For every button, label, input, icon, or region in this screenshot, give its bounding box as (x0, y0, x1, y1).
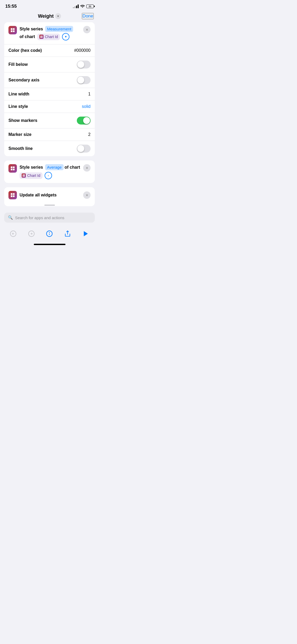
update-all-widgets-card: Update all widgets ✕ (4, 187, 95, 206)
fill-below-row: Fill below (4, 57, 95, 72)
card2-badge: Average (45, 164, 64, 170)
color-row: Color (hex code) #000000 (4, 44, 95, 57)
smooth-line-row: Smooth line (4, 141, 95, 156)
color-label: Color (hex code) (8, 48, 42, 53)
secondary-axis-label: Secondary axis (8, 78, 39, 82)
search-placeholder: Search for apps and actions (15, 215, 64, 220)
home-indicator (0, 242, 99, 248)
nav-bar: Weight ▾ Done (0, 11, 99, 22)
svg-rect-8 (11, 167, 12, 168)
card2-header: Style series Average of chart Chart Id › (4, 160, 95, 183)
fill-below-toggle[interactable] (77, 61, 91, 68)
line-width-label: Line width (8, 92, 29, 96)
card1-badge-icon (39, 35, 44, 39)
marker-size-row: Marker size 2 (4, 128, 95, 141)
signal-icon (73, 4, 79, 8)
svg-rect-3 (13, 30, 15, 32)
card1-header-text: Style series Measurement of chart Chart … (20, 26, 81, 40)
line-style-label: Line style (8, 104, 28, 109)
card2-chart-id-badge: Chart Id (20, 172, 43, 179)
card2-secondary-row: Chart Id › (20, 172, 81, 179)
svg-rect-2 (11, 30, 12, 32)
app-icon-1 (8, 26, 17, 34)
show-markers-label: Show markers (8, 118, 37, 123)
secondary-axis-toggle[interactable] (77, 76, 91, 84)
svg-marker-25 (84, 231, 88, 237)
line-style-row[interactable]: Line style solid (4, 100, 95, 113)
scroll-handle (4, 203, 95, 206)
show-markers-toggle[interactable] (77, 117, 91, 125)
card2-close-button[interactable]: ✕ (83, 164, 91, 172)
svg-rect-5 (41, 36, 43, 37)
home-bar (34, 244, 65, 245)
svg-rect-1 (13, 28, 15, 30)
status-time: 15:55 (5, 4, 17, 9)
svg-rect-15 (24, 176, 25, 177)
card2-expand-button[interactable]: › (45, 172, 52, 179)
forward-button[interactable] (26, 228, 37, 240)
app-icon-2 (8, 164, 17, 173)
line-style-value[interactable]: solid (82, 104, 91, 109)
search-bar[interactable]: 🔍 Search for apps and actions (4, 213, 95, 223)
svg-rect-13 (24, 174, 25, 176)
svg-rect-19 (13, 195, 15, 197)
card2-style-text: Style series (20, 164, 43, 170)
card1-chart-id-badge: Chart Id (37, 34, 60, 40)
scroll-handle-bar (44, 205, 55, 206)
card2-badge-icon (22, 173, 26, 178)
marker-size-label: Marker size (8, 132, 31, 137)
card1-expand-button[interactable]: ▾ (62, 33, 69, 40)
play-button[interactable] (80, 228, 92, 240)
secondary-axis-row: Secondary axis (4, 72, 95, 88)
card3-label: Update all widgets (20, 193, 56, 197)
card1-header: Style series Measurement of chart Chart … (4, 22, 95, 44)
smooth-line-label: Smooth line (8, 146, 33, 151)
svg-rect-10 (11, 169, 12, 170)
line-width-row: Line width 1 (4, 88, 95, 100)
card2-of-text: of chart (65, 164, 80, 170)
info-button[interactable] (44, 228, 55, 240)
card1-of-text: of chart (20, 34, 35, 40)
status-bar: 15:55 21 (0, 0, 99, 11)
svg-rect-7 (41, 37, 43, 38)
nav-title: Weight ▾ (38, 13, 61, 19)
svg-rect-17 (13, 193, 15, 195)
status-icons: 21 (73, 4, 94, 8)
card2-header-text: Style series Average of chart Chart Id › (20, 164, 81, 179)
search-container: 🔍 Search for apps and actions (0, 213, 99, 225)
card1-header-left: Style series Measurement of chart Chart … (8, 26, 81, 40)
svg-rect-16 (11, 193, 12, 195)
fill-below-label: Fill below (8, 62, 28, 67)
svg-rect-14 (23, 176, 24, 177)
search-icon: 🔍 (8, 215, 13, 220)
svg-rect-4 (40, 36, 41, 37)
color-value: #000000 (74, 48, 91, 53)
svg-rect-6 (40, 37, 41, 38)
card1-close-button[interactable]: ✕ (83, 26, 91, 33)
wifi-icon (80, 4, 85, 8)
smooth-line-toggle[interactable] (77, 145, 91, 153)
card2-header-left: Style series Average of chart Chart Id › (8, 164, 81, 179)
show-markers-row: Show markers (4, 113, 95, 128)
svg-rect-0 (11, 28, 12, 30)
svg-rect-12 (23, 174, 24, 176)
card3-header-left: Update all widgets (8, 191, 56, 199)
battery-icon: 21 (86, 4, 94, 8)
svg-rect-9 (13, 167, 15, 168)
card3-header: Update all widgets ✕ (4, 187, 95, 203)
share-button[interactable] (62, 228, 73, 240)
back-button[interactable] (7, 228, 19, 240)
marker-size-value: 2 (88, 132, 91, 137)
style-series-average-card: Style series Average of chart Chart Id › (4, 160, 95, 183)
svg-rect-18 (11, 195, 12, 197)
content-area: Style series Measurement of chart Chart … (0, 22, 99, 211)
card3-close-button[interactable]: ✕ (83, 191, 91, 199)
card1-badge: Measurement (45, 26, 73, 32)
app-icon-3 (8, 191, 17, 199)
line-width-value: 1 (88, 92, 91, 96)
done-button[interactable]: Done (82, 13, 94, 19)
svg-rect-11 (13, 169, 15, 170)
nav-dropdown-icon[interactable]: ▾ (55, 13, 61, 19)
style-series-measurement-card: Style series Measurement of chart Chart … (4, 22, 95, 156)
card1-main-text: Style series (20, 27, 43, 31)
